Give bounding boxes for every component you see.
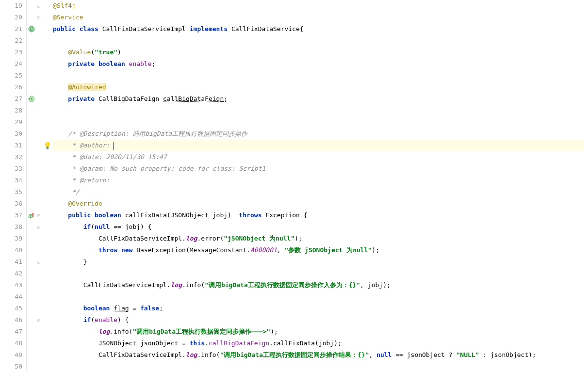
line-number[interactable]: 26 xyxy=(0,81,22,93)
code-token: log xyxy=(186,351,197,358)
line-number[interactable]: 44 xyxy=(0,291,22,303)
line-number[interactable]: 23 xyxy=(0,47,22,58)
code-line[interactable]: @Autowired xyxy=(53,81,588,93)
line-number[interactable]: 46 xyxy=(0,314,22,326)
fold-toggle[interactable]: ⊟ xyxy=(36,0,41,12)
intention-bulb-icon[interactable]: 💡 xyxy=(41,140,53,151)
fold-column[interactable]: ⊟⊟⊟⊟⊟⊟ xyxy=(36,0,41,371)
code-token: @Override xyxy=(68,200,102,207)
code-line[interactable]: private boolean enable; xyxy=(53,58,588,70)
line-number[interactable]: 33 xyxy=(0,163,22,175)
fold-toggle[interactable]: ⊟ xyxy=(36,210,41,221)
code-line[interactable]: public boolean callFixData(JSONObject jo… xyxy=(53,210,588,221)
code-line[interactable]: if(enable) { xyxy=(53,314,588,326)
code-token: , xyxy=(369,351,376,358)
code-token: ( xyxy=(91,316,95,323)
code-line[interactable] xyxy=(53,291,588,303)
code-line[interactable]: throw new BaseException(MessageConstant.… xyxy=(53,244,588,256)
code-text-area[interactable]: @Slf4j@Servicepublic class CallFixDataSe… xyxy=(53,0,588,371)
code-token: "参数 jSONObject 为null" xyxy=(284,246,372,254)
code-token: enable xyxy=(129,60,152,67)
line-number[interactable]: 21 xyxy=(0,23,22,35)
line-number[interactable]: 19 xyxy=(0,0,22,12)
line-number[interactable]: 35 xyxy=(0,186,22,198)
code-line[interactable] xyxy=(53,105,588,116)
fold-toggle[interactable]: ⊟ xyxy=(36,221,41,233)
code-line[interactable]: @Slf4j xyxy=(53,0,588,12)
code-line[interactable]: @Override xyxy=(53,198,588,210)
code-line[interactable]: * @author: xyxy=(53,140,588,151)
line-number[interactable]: 43 xyxy=(0,279,22,291)
line-number[interactable]: 37 xyxy=(0,210,22,221)
code-line[interactable]: * @return: xyxy=(53,175,588,186)
code-token: * @return: xyxy=(68,177,110,184)
code-line[interactable] xyxy=(53,70,588,81)
gutter-marker-column: CI xyxy=(27,0,36,371)
code-line[interactable]: CallFixDataServiceImpl.log.info("调用bigDa… xyxy=(53,349,588,361)
code-line[interactable] xyxy=(53,268,588,279)
line-number[interactable]: 39 xyxy=(0,233,22,244)
line-number[interactable]: 45 xyxy=(0,303,22,314)
code-line[interactable] xyxy=(53,35,588,47)
line-number[interactable]: 29 xyxy=(0,116,22,128)
code-line[interactable]: */ xyxy=(53,186,588,198)
code-line[interactable]: public class CallFixDataServiceImpl impl… xyxy=(53,23,588,35)
bean-icon[interactable] xyxy=(27,93,36,105)
code-token: @Slf4j xyxy=(53,2,76,9)
class-icon[interactable]: C xyxy=(27,23,36,35)
fold-toggle[interactable]: ⊟ xyxy=(36,12,41,23)
code-token: flag xyxy=(114,305,129,312)
code-line[interactable]: } xyxy=(53,256,588,268)
code-token: @Value xyxy=(68,48,91,56)
code-token: ) { xyxy=(117,316,129,323)
fold-toggle[interactable]: ⊟ xyxy=(36,256,41,268)
code-line[interactable]: CallFixDataServiceImpl.log.info("调用bigDa… xyxy=(53,279,588,291)
code-token: CallFixDataServiceImpl. xyxy=(98,235,186,242)
code-token: if xyxy=(83,223,91,230)
code-token: log xyxy=(171,281,182,289)
error-stripe[interactable] xyxy=(584,0,588,371)
line-number[interactable]: 20 xyxy=(0,12,22,23)
line-number[interactable]: 49 xyxy=(0,349,22,361)
line-number[interactable]: 41 xyxy=(0,256,22,268)
line-number[interactable]: 22 xyxy=(0,35,22,47)
code-line[interactable]: * @param: No such property: code for cla… xyxy=(53,163,588,175)
code-line[interactable]: boolean flag = false; xyxy=(53,303,588,314)
code-token: CallBigDataFeign xyxy=(95,95,163,102)
line-number-gutter[interactable]: 1920212223242526272829303132333435363738… xyxy=(0,0,27,371)
code-line[interactable]: JSONObject jsonObject = this.callBigData… xyxy=(53,338,588,349)
line-number[interactable]: 30 xyxy=(0,128,22,140)
impl-up-icon[interactable]: I xyxy=(27,210,36,221)
line-number[interactable]: 38 xyxy=(0,221,22,233)
code-line[interactable]: log.info("调用bigData工程执行数据固定同步操作———>"); xyxy=(53,326,588,338)
line-number[interactable]: 31 xyxy=(0,140,22,151)
line-number[interactable]: 25 xyxy=(0,70,22,81)
code-token: public xyxy=(68,211,91,219)
code-line[interactable]: if(null == jobj) { xyxy=(53,221,588,233)
code-line[interactable] xyxy=(53,116,588,128)
line-number[interactable]: 32 xyxy=(0,151,22,163)
line-number[interactable]: 34 xyxy=(0,175,22,186)
line-number[interactable]: 40 xyxy=(0,244,22,256)
code-line[interactable]: @Service xyxy=(53,12,588,23)
intention-bulb-column: 💡 xyxy=(41,0,53,371)
code-token: private xyxy=(68,95,95,102)
code-line[interactable]: CallFixDataServiceImpl.log.error("jSONOb… xyxy=(53,233,588,244)
code-line[interactable]: @Value("true") xyxy=(53,47,588,58)
line-number[interactable]: 50 xyxy=(0,361,22,371)
line-number[interactable]: 48 xyxy=(0,338,22,349)
fold-toggle[interactable]: ⊟ xyxy=(36,314,41,326)
code-token xyxy=(95,60,98,67)
line-number[interactable]: 28 xyxy=(0,105,22,116)
line-number[interactable]: 47 xyxy=(0,326,22,338)
line-number[interactable]: 24 xyxy=(0,58,22,70)
code-line[interactable]: private CallBigDataFeign callBigDataFeig… xyxy=(53,93,588,105)
line-number[interactable]: 42 xyxy=(0,268,22,279)
code-editor[interactable]: 1920212223242526272829303132333435363738… xyxy=(0,0,588,371)
code-line[interactable]: /* @Description: 调用bigData工程执行数据固定同步操作 xyxy=(53,128,588,140)
code-token: private xyxy=(68,60,95,67)
line-number[interactable]: 36 xyxy=(0,198,22,210)
code-line[interactable]: * @date: 2020/11/30 15:47 xyxy=(53,151,588,163)
code-line[interactable] xyxy=(53,361,588,371)
line-number[interactable]: 27 xyxy=(0,93,22,105)
